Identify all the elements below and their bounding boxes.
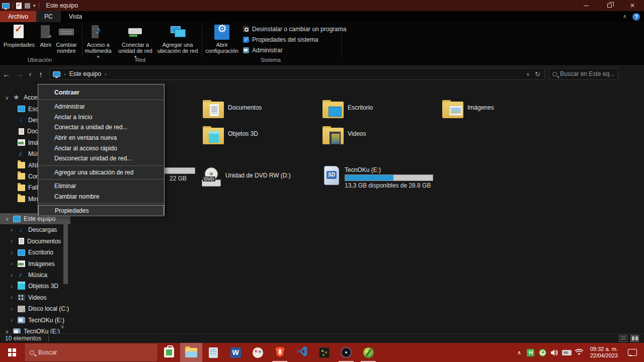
taskbar-store-button[interactable] bbox=[158, 343, 180, 362]
taskbar-game-button[interactable] bbox=[313, 343, 335, 362]
folder-tile-objetos-3d[interactable]: Objetos 3D bbox=[203, 127, 321, 150]
drive-tile-tecnoku[interactable]: SD TecnOKu (E:) 13,3 GB disponibles de 2… bbox=[322, 165, 433, 189]
menu-item-cambiar-nombre[interactable]: Cambiar nombre bbox=[38, 192, 164, 202]
menu-item-conectar-unidad[interactable]: Conectar a unidad de red... bbox=[38, 122, 164, 133]
chevron-right-icon[interactable]: › bbox=[9, 317, 15, 323]
tab-archivo[interactable]: Archivo bbox=[0, 11, 36, 22]
sidebar-item-documentos[interactable]: › Documentos bbox=[0, 236, 70, 247]
search-box[interactable] bbox=[549, 68, 618, 80]
menu-item-propiedades[interactable]: Propiedades bbox=[38, 205, 164, 216]
sidebar-item-objetos-3d[interactable]: › Objetos 3D bbox=[0, 281, 70, 292]
sidebar-scroll-down-icon[interactable]: ∨ bbox=[60, 323, 64, 330]
3d-objects-icon bbox=[18, 283, 25, 290]
propiedades-sistema-button[interactable]: Propiedades del sistema bbox=[243, 36, 318, 43]
administrar-button[interactable]: Administrar bbox=[243, 47, 283, 54]
menu-item-agregar-ubicacion[interactable]: Agregar una ubicación de red bbox=[38, 167, 164, 178]
chevron-right-icon[interactable]: › bbox=[9, 250, 15, 255]
tray-antivirus-icon[interactable]: + bbox=[538, 349, 548, 356]
menu-item-eliminar[interactable]: Eliminar bbox=[38, 181, 164, 192]
chevron-right-icon[interactable]: › bbox=[9, 284, 15, 289]
hard-drive-icon bbox=[18, 306, 25, 312]
sidebar-item-musica[interactable]: › Música bbox=[0, 269, 70, 281]
taskbar-sphere-button[interactable] bbox=[357, 343, 379, 362]
taskbar-paint-button[interactable] bbox=[247, 343, 269, 362]
agregar-ubicacion-button[interactable]: Agregar una ubicación de red bbox=[156, 24, 199, 54]
help-icon[interactable]: ? bbox=[632, 13, 640, 21]
abrir-configuracion-button[interactable]: Abrir configuración bbox=[205, 24, 238, 54]
menu-item-anclar-inicio[interactable]: Anclar a Inicio bbox=[38, 112, 164, 123]
details-view-icon[interactable] bbox=[619, 335, 627, 342]
refresh-icon[interactable]: ↻ bbox=[535, 70, 540, 78]
action-center-icon[interactable] bbox=[628, 349, 637, 356]
start-button[interactable] bbox=[0, 343, 24, 362]
sidebar-item-imagenes[interactable]: › Imágenes bbox=[0, 258, 70, 269]
cambiar-nombre-button[interactable]: Cambiar nombre bbox=[53, 24, 79, 54]
tab-pc[interactable]: PC bbox=[36, 11, 61, 22]
search-input[interactable] bbox=[560, 70, 615, 77]
minimize-button[interactable] bbox=[575, 0, 598, 11]
chevron-right-icon[interactable]: › bbox=[9, 306, 15, 312]
breadcrumb-chevron-icon[interactable]: › bbox=[105, 71, 107, 77]
sidebar-item-escritorio[interactable]: › Escritorio bbox=[0, 247, 70, 258]
restore-button[interactable] bbox=[598, 0, 621, 11]
folder-tile-imagenes[interactable]: Imágenes bbox=[442, 101, 561, 124]
abrir-button[interactable]: Abrir bbox=[36, 24, 55, 48]
tray-chevron-up-icon[interactable]: ∧ bbox=[515, 349, 524, 356]
properties-qat-icon[interactable] bbox=[16, 3, 22, 9]
chevron-right-icon[interactable]: › bbox=[9, 273, 15, 278]
address-dropdown-chevron-icon[interactable]: ∨ bbox=[526, 71, 530, 77]
taskbar-brave-button[interactable] bbox=[269, 343, 291, 362]
chevron-right-icon[interactable]: › bbox=[9, 295, 15, 300]
taskbar-search-input[interactable] bbox=[38, 349, 152, 356]
up-button[interactable]: ↑ bbox=[34, 70, 47, 78]
chevron-down-icon[interactable]: ∨ bbox=[4, 95, 10, 101]
sidebar-item-videos[interactable]: › Videos bbox=[0, 292, 70, 303]
settings-gear-icon bbox=[214, 24, 230, 40]
collapse-ribbon-icon[interactable]: ∨ bbox=[623, 14, 626, 20]
menu-item-administrar[interactable]: Administrar bbox=[38, 102, 164, 112]
chevron-right-icon[interactable]: › bbox=[9, 238, 15, 244]
taskbar: W ∧ H + bbox=[0, 343, 644, 362]
taskbar-clock[interactable]: 09:32 a. m. 22/04/2023 bbox=[586, 346, 622, 359]
taskbar-vscode-button[interactable] bbox=[291, 343, 313, 362]
taskbar-music-button[interactable] bbox=[335, 343, 357, 362]
drive-tile-dvd[interactable]: DVD Unidad de DVD RW (D:) bbox=[201, 167, 291, 188]
recent-locations-chevron-icon[interactable]: ∨ bbox=[26, 71, 34, 77]
menu-item-desconectar-unidad[interactable]: Desconectar unidad de red... bbox=[38, 153, 164, 164]
thumbnails-view-icon[interactable] bbox=[630, 335, 639, 342]
folder-tile-escritorio[interactable]: Escritorio bbox=[323, 101, 441, 124]
sidebar-item-disco-local-c[interactable]: › Disco local (C:) bbox=[0, 303, 70, 314]
qat-customize-chevron-icon[interactable]: ▾ bbox=[33, 3, 36, 8]
new-folder-qat-icon[interactable] bbox=[25, 3, 30, 9]
taskbar-notepad-button[interactable] bbox=[202, 343, 224, 362]
close-button[interactable]: ✕ bbox=[621, 0, 644, 11]
propiedades-button[interactable]: Propiedades bbox=[4, 24, 34, 48]
menu-item-abrir-ventana[interactable]: Abrir en ventana nueva bbox=[38, 133, 164, 143]
taskbar-search-box[interactable] bbox=[24, 343, 158, 362]
tray-h-app-icon[interactable]: H bbox=[526, 349, 536, 356]
taskbar-word-button[interactable]: W bbox=[224, 343, 247, 362]
taskbar-explorer-button[interactable] bbox=[180, 343, 202, 362]
chevron-right-icon[interactable]: › bbox=[9, 261, 15, 266]
sidebar-item-descargas[interactable]: › Descargas bbox=[0, 224, 70, 235]
menu-item-contraer[interactable]: Contraer bbox=[38, 86, 164, 98]
menu-separator bbox=[39, 165, 164, 166]
breadcrumb[interactable]: Este equipo bbox=[69, 70, 101, 77]
folder-tile-videos[interactable]: Videos bbox=[323, 127, 441, 150]
tab-vista[interactable]: Vista bbox=[61, 11, 90, 22]
menu-item-anclar-acceso-rapido[interactable]: Anclar al acceso rápido bbox=[38, 143, 164, 153]
address-bar[interactable]: › Este equipo › ∨ ↻ bbox=[49, 68, 545, 80]
wifi-icon[interactable] bbox=[574, 349, 584, 356]
desinstalar-programa-button[interactable]: Desinstalar o cambiar un programa bbox=[243, 26, 346, 33]
volume-icon[interactable] bbox=[550, 349, 560, 356]
folder-tile-documentos[interactable]: Documentos bbox=[203, 101, 321, 124]
conectar-unidad-button[interactable]: Conectar a unidad de red ▾ bbox=[116, 24, 155, 60]
sidebar-scrollbar[interactable] bbox=[63, 221, 68, 284]
chevron-right-icon[interactable]: › bbox=[9, 227, 15, 233]
chevron-down-icon[interactable]: ∨ bbox=[4, 216, 10, 222]
device-icon[interactable] bbox=[562, 350, 572, 355]
acceso-multimedia-button[interactable]: Acceso a multimedia ▾ bbox=[84, 24, 113, 60]
back-button[interactable]: ← bbox=[0, 70, 13, 78]
forward-button[interactable]: → bbox=[13, 70, 26, 78]
sidebar-item-tecnoku-e[interactable]: › TecnOKu (E:) bbox=[0, 314, 70, 325]
